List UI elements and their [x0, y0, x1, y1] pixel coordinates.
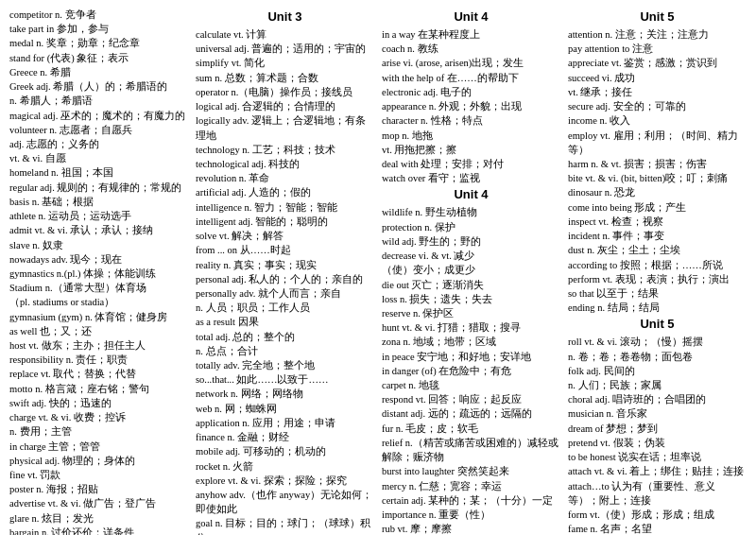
column-2: Unit 3calculate vt. 计算universal adj. 普遍的… — [192, 8, 378, 535]
list-item: in a way 在某种程度上 — [382, 27, 560, 42]
list-item: totally adv. 完全地；整个地 — [196, 358, 374, 372]
list-item: universal adj. 普遍的；适用的；宇宙的 — [196, 42, 374, 56]
unit-title-4: Unit 5 — [568, 9, 747, 24]
list-item: physical adj. 物理的；身体的 — [9, 454, 188, 468]
main-page: competitor n. 竞争者take part in 参加，参与medal… — [0, 0, 756, 535]
list-item: wildlife n. 野生动植物 — [382, 205, 560, 219]
list-item: take part in 参加，参与 — [9, 22, 188, 36]
list-item: die out 灭亡；逐渐消失 — [382, 278, 560, 292]
list-item: electronic adj. 电子的 — [382, 85, 560, 99]
list-item: goal n. 目标；目的；球门；（球球）积分 — [196, 516, 374, 535]
list-item: slave n. 奴隶 — [9, 238, 188, 252]
list-item: folk adj. 民间的 — [568, 364, 747, 378]
list-item: from ... on 从……时起 — [196, 243, 374, 257]
list-item: coach n. 教练 — [382, 42, 560, 56]
list-item: basis n. 基础；根据 — [9, 195, 188, 209]
list-item: simplify vt. 简化 — [196, 56, 374, 70]
list-item: so that 以至于；结果 — [568, 286, 747, 301]
list-item: rub vt. 摩；摩擦 — [382, 522, 560, 535]
list-item: according to 按照；根据；……所说 — [568, 258, 747, 272]
list-item: dream of 梦想；梦到 — [568, 422, 747, 436]
list-item: technological adj. 科技的 — [196, 157, 374, 171]
list-item: n. 总点；合计 — [196, 344, 374, 358]
list-item: application n. 应用；用途；申请 — [196, 416, 374, 430]
list-item: revolution n. 革命 — [196, 171, 374, 185]
list-item: as a result 因果 — [196, 315, 374, 329]
list-item: sum n. 总数；算术题；合数 — [196, 71, 374, 85]
list-item: Greece n. 希腊 — [9, 65, 188, 79]
list-item: intelligence n. 智力；智能；智能 — [196, 200, 374, 215]
list-item: Greek adj. 希腊（人）的；希腊语的 — [9, 79, 188, 94]
list-item: respond vt. 回答；响应；起反应 — [382, 392, 560, 406]
list-item: deal with 处理；安排；对付 — [382, 157, 560, 171]
list-item: decrease vi. & vt. 减少 — [382, 249, 560, 263]
unit-title-2: Unit 3 — [196, 9, 374, 24]
list-item: solve vt. 解决；解答 — [196, 229, 374, 243]
list-item: bargain n. 讨价还价；详条件 — [9, 526, 188, 535]
list-item: fame n. 名声；名望 — [568, 522, 747, 535]
list-item: Stadium n.（通常大型）体育场 — [9, 281, 188, 295]
list-item: musician n. 音乐家 — [568, 406, 747, 421]
list-item: replace vt. 取代；替换；代替 — [9, 367, 188, 381]
list-item: in danger (of) 在危险中；有危 — [382, 364, 560, 378]
list-item: technology n. 工艺；科技；技术 — [196, 143, 374, 157]
list-item: employ vt. 雇用；利用；（时间、精力等） — [568, 129, 747, 157]
list-item: choral adj. 唱诗班的；合唱团的 — [568, 392, 747, 406]
list-item: incident n. 事件；事变 — [568, 229, 747, 243]
list-item: personally adv. 就个人而言；亲自 — [196, 286, 374, 301]
list-item: rocket n. 火箭 — [196, 459, 374, 474]
list-item: adj. 志愿的；义务的 — [9, 137, 188, 151]
list-item: homeland n. 祖国；本国 — [9, 165, 188, 180]
list-item: attention n. 注意；关注；注意力 — [568, 27, 747, 42]
list-item: magical adj. 巫术的；魔术的；有魔力的 — [9, 109, 188, 123]
list-item: logical adj. 合逻辑的；合情理的 — [196, 99, 374, 113]
list-item: stand for (代表) 象征；表示 — [9, 51, 188, 65]
list-item: n. 人们；民族；家属 — [568, 378, 747, 392]
list-item: hunt vt. & vi. 打猎；猎取；搜寻 — [382, 320, 560, 335]
list-item: glare n. 炫目；发光 — [9, 511, 188, 526]
list-item: n. 希腊人；希腊语 — [9, 94, 188, 108]
unit-title-inline-3-11: Unit 4 — [382, 187, 560, 201]
list-item: inspect vt. 检查；视察 — [568, 215, 747, 229]
list-item: appreciate vt. 鉴赏；感激；赏识到 — [568, 56, 747, 70]
list-item: artificial adj. 人造的；假的 — [196, 185, 374, 199]
list-item: pay attention to 注意 — [568, 42, 747, 56]
list-item: secure adj. 安全的；可靠的 — [568, 99, 747, 113]
list-item: protection n. 保护 — [382, 220, 560, 234]
list-item: wild adj. 野生的；野的 — [382, 234, 560, 249]
list-item: explore vt. & vi. 探索；探险；探究 — [196, 474, 374, 488]
list-item: operator n.（电脑）操作员；接线员 — [196, 85, 374, 99]
list-item: form vt.（使）形成；形成；组成 — [568, 508, 747, 522]
list-item: reserve n. 保护区 — [382, 306, 560, 320]
list-item: athlete n. 运动员；运动选手 — [9, 209, 188, 223]
list-item: appearance n. 外观；外貌；出现 — [382, 99, 560, 113]
list-item: mobile adj. 可移动的；机动的 — [196, 444, 374, 458]
list-item: watch over 看守；监视 — [382, 171, 560, 185]
list-item: dinosaur n. 恐龙 — [568, 185, 747, 199]
list-item: vt. & vi. 自愿 — [9, 151, 188, 165]
list-item: burst into laughter 突然笑起来 — [382, 464, 560, 478]
list-item: attach…to 认为有（重要性、意义等）；附上；连接 — [568, 479, 747, 508]
list-item: admit vt. & vi. 承认；承认；接纳 — [9, 223, 188, 237]
list-item: medal n. 奖章；勋章；纪念章 — [9, 36, 188, 50]
list-item: character n. 性格；特点 — [382, 113, 560, 128]
list-item: mercy n. 仁慈；宽容；幸运 — [382, 479, 560, 493]
list-item: pretend vt. 假装；伪装 — [568, 436, 747, 450]
list-item: fur n. 毛皮；皮；软毛 — [382, 422, 560, 436]
list-item: calculate vt. 计算 — [196, 27, 374, 42]
list-item: anyhow adv.（也作 anyway）无论如何；即使如此 — [196, 488, 374, 516]
list-item: income n. 收入 — [568, 113, 747, 128]
list-item: advertise vt. & vi. 做广告；登广告 — [9, 496, 188, 510]
list-item: fine vt. 罚款 — [9, 468, 188, 482]
list-item: charge vt. & vi. 收费；控诉 — [9, 410, 188, 424]
list-item: host vt. 做东；主办；担任主人 — [9, 338, 188, 353]
list-item: come into being 形成；产生 — [568, 200, 747, 215]
list-item: certain adj. 某种的；某；（十分）一定 — [382, 493, 560, 508]
list-item: regular adj. 规则的；有规律的；常规的 — [9, 181, 188, 195]
list-item: loss n. 损失；遗失；失去 — [382, 292, 560, 306]
unit-title-inline-4-19: Unit 5 — [568, 317, 747, 331]
list-item: in charge 主管；管管 — [9, 440, 188, 454]
list-item: as well 也；又；还 — [9, 324, 188, 338]
list-item: importance n. 重要（性） — [382, 508, 560, 522]
list-item: web n. 网；蜘蛛网 — [196, 402, 374, 416]
